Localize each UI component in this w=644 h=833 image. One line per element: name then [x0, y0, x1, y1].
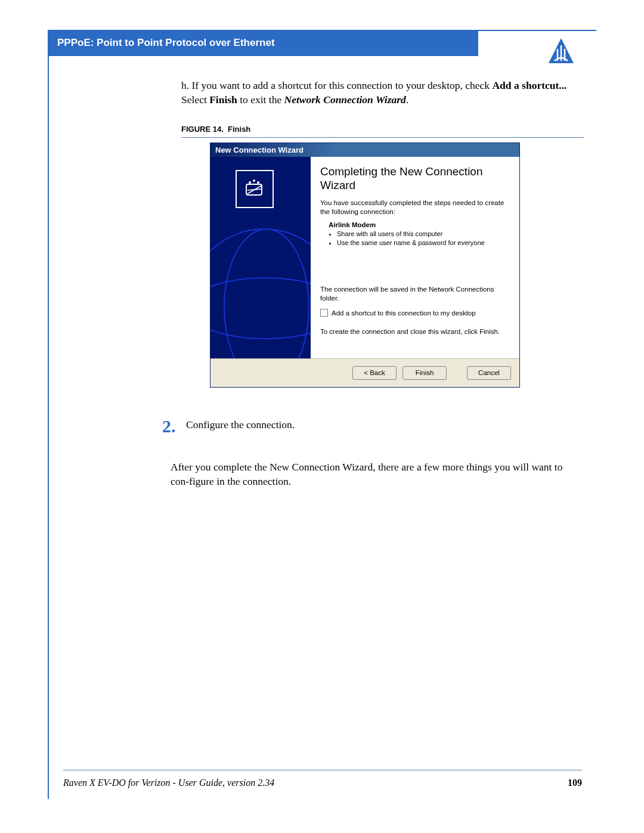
figure-caption: FIGURE 14. Finish	[181, 125, 584, 138]
wizard-main-panel: Completing the New Connection Wizard You…	[311, 157, 519, 358]
page-frame: PPPoE: Point to Point Protocol over Ethe…	[48, 30, 596, 799]
cancel-button[interactable]: Cancel	[467, 366, 511, 380]
page-footer: Raven X EV-DO for Verizon - User Guide, …	[63, 778, 582, 788]
figure-title: Finish	[228, 125, 250, 134]
svg-point-5	[249, 181, 251, 184]
text: to exit the	[237, 94, 284, 106]
bold-text: Finish	[209, 94, 237, 106]
footer-doc-title: Raven X EV-DO for Verizon - User Guide, …	[63, 778, 274, 788]
wizard-body: Completing the New Connection Wizard You…	[210, 157, 519, 358]
wizard-intro-text: You have successfully completed the step…	[320, 199, 510, 216]
list-item: Use the same user name & password for ev…	[337, 239, 510, 247]
svg-point-7	[257, 181, 259, 184]
figure-label: FIGURE 14.	[181, 125, 224, 134]
company-logo-icon	[547, 37, 575, 64]
figure-container: New Connection Wizard	[210, 143, 596, 388]
italic-text: Network Connection Wizard	[284, 94, 406, 106]
chapter-header: PPPoE: Point to Point Protocol over Ethe…	[49, 31, 478, 56]
after-paragraph: After you complete the New Connection Wi…	[171, 460, 582, 488]
text: .	[406, 94, 408, 106]
wizard-window: New Connection Wizard	[210, 143, 520, 388]
shortcut-checkbox[interactable]	[320, 309, 328, 317]
step-title: Configure the connection.	[186, 416, 295, 431]
wizard-save-text: The connection will be saved in the Netw…	[320, 285, 510, 303]
wizard-finish-text: To create the connection and close this …	[320, 327, 510, 336]
svg-point-6	[253, 179, 255, 182]
shortcut-checkbox-label: Add a shortcut to this connection to my …	[332, 309, 476, 317]
intro-paragraph: h. If you want to add a shortcut for thi…	[181, 79, 581, 107]
text: h. If you want to add a shortcut for thi…	[181, 79, 492, 91]
wizard-side-panel	[210, 157, 311, 358]
bold-text: Add a shortcut...	[492, 79, 566, 91]
page-number: 109	[568, 778, 582, 788]
back-button[interactable]: < Back	[352, 366, 397, 380]
text: Select	[181, 94, 209, 106]
chapter-title: PPPoE: Point to Point Protocol over Ethe…	[57, 37, 275, 48]
list-item: Share with all users of this computer	[337, 230, 510, 239]
wizard-heading: Completing the New Connection Wizard	[320, 165, 510, 193]
connection-properties: Share with all users of this computer Us…	[337, 230, 510, 247]
content-area: h. If you want to add a shortcut for thi…	[49, 56, 596, 489]
modem-icon	[236, 170, 274, 208]
wizard-titlebar: New Connection Wizard	[210, 143, 519, 157]
step-number: 2.	[162, 416, 186, 436]
step-2-row: 2. Configure the connection.	[162, 416, 596, 436]
globe-decoration-icon	[210, 228, 311, 358]
finish-button[interactable]: Finish	[402, 366, 447, 380]
shortcut-checkbox-row[interactable]: Add a shortcut to this connection to my …	[320, 309, 510, 317]
wizard-button-bar: < Back Finish Cancel	[210, 358, 519, 387]
connection-name: Airlink Modem	[329, 221, 510, 228]
footer-rule	[63, 770, 582, 770]
